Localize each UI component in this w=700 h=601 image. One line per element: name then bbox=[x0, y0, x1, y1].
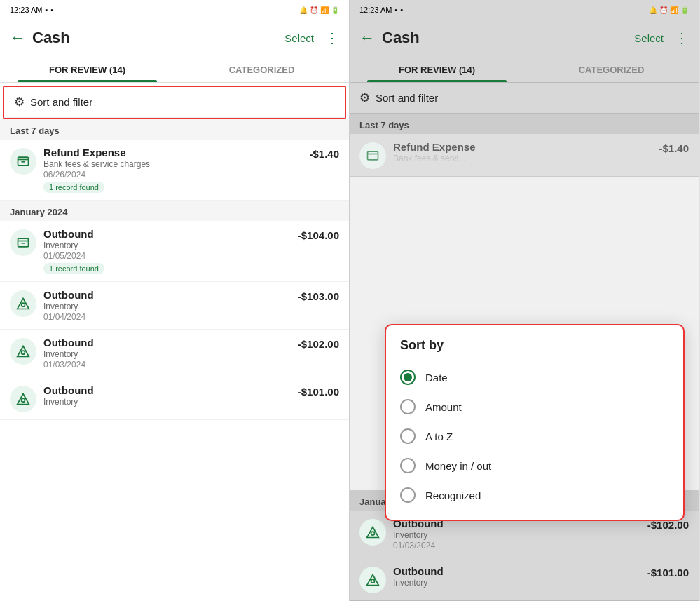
sort-option-recognized[interactable]: Recognized bbox=[400, 480, 669, 510]
tx-badge-refund: 1 record found bbox=[43, 182, 104, 193]
tab-categorized-left[interactable]: CATEGORIZED bbox=[174, 56, 349, 82]
app-header-left: ← Cash Select ⋮ bbox=[0, 20, 349, 56]
tx-badge-outbound1: 1 record found bbox=[43, 263, 104, 274]
tx-date-outbound2: 01/04/2024 bbox=[43, 312, 291, 322]
alarm-icon: ⏰ bbox=[310, 6, 318, 14]
tx-icon-outbound3 bbox=[10, 338, 36, 365]
tx-name-outbound1: Outbound bbox=[43, 228, 291, 240]
back-button-right[interactable]: ← bbox=[359, 29, 375, 47]
battery-icon-right: ▪ bbox=[400, 6, 403, 14]
sort-icon-left: ⚙ bbox=[14, 95, 25, 109]
section-header-last7: Last 7 days bbox=[0, 119, 349, 140]
svg-point-12 bbox=[371, 579, 375, 583]
tx-name-outbound3: Outbound bbox=[43, 337, 291, 349]
tx-amount-refund: -$1.40 bbox=[309, 147, 339, 160]
sort-option-amount[interactable]: Amount bbox=[400, 392, 669, 421]
tx-details-outbound2: Outbound Inventory 01/04/2024 bbox=[43, 289, 291, 322]
radio-amount[interactable] bbox=[400, 399, 416, 414]
tx-amount-outbound1: -$104.00 bbox=[298, 228, 339, 241]
tab-for-review-right[interactable]: FOR REVIEW (14) bbox=[350, 56, 524, 82]
tx-name-refund: Refund Expense bbox=[43, 147, 302, 158]
section-header-last7-right: Last 7 days bbox=[350, 114, 699, 134]
sort-label-date: Date bbox=[425, 372, 448, 384]
time-left: 12:23 AM bbox=[10, 6, 42, 14]
status-time-right: 12:23 AM ▪ ▪ bbox=[359, 6, 403, 14]
radio-atoz[interactable] bbox=[400, 428, 416, 444]
tx-name-refund-right: Refund Expense bbox=[393, 141, 652, 153]
radio-recognized[interactable] bbox=[400, 487, 416, 503]
bottom-tx-2: Outbound Inventory -$101.00 bbox=[350, 558, 699, 601]
status-icons-left: 🔔 ⏰ 📶 🔋 bbox=[299, 6, 339, 14]
tx-icon-refund-right bbox=[359, 142, 386, 169]
tab-categorized-right[interactable]: CATEGORIZED bbox=[524, 56, 699, 82]
transaction-item-refund-right[interactable]: Refund Expense Bank fees & servi... -$1.… bbox=[350, 134, 699, 177]
radio-date[interactable] bbox=[400, 370, 416, 385]
back-button-left[interactable]: ← bbox=[10, 29, 25, 47]
tx-sub-outbound2: Inventory bbox=[43, 302, 291, 311]
svg-point-7 bbox=[22, 398, 25, 402]
select-button-right[interactable]: Select bbox=[634, 32, 664, 44]
transaction-item[interactable]: Outbound Inventory 01/05/2024 1 record f… bbox=[0, 221, 349, 282]
tx-amount-refund-right: -$1.40 bbox=[659, 141, 689, 154]
tx-icon-outbound4 bbox=[10, 386, 36, 412]
sort-popup-title: Sort by bbox=[400, 338, 669, 353]
sort-option-date[interactable]: Date bbox=[400, 363, 669, 392]
sort-label-atoz: A to Z bbox=[425, 431, 453, 443]
right-panel: 12:23 AM ▪ ▪ 🔔 ⏰ 📶 🔋 ← Cash Select ⋮ FOR… bbox=[350, 0, 699, 601]
status-bar-right: 12:23 AM ▪ ▪ 🔔 ⏰ 📶 🔋 bbox=[350, 0, 699, 20]
svg-point-5 bbox=[22, 351, 25, 354]
transaction-item[interactable]: Outbound Inventory 01/04/2024 -$103.00 bbox=[0, 282, 349, 330]
bell-icon-right: 🔔 bbox=[649, 6, 657, 14]
battery-status-left: 🔋 bbox=[331, 6, 339, 14]
battery-status-right: 🔋 bbox=[680, 6, 689, 14]
tx-amount-outbound4: -$101.00 bbox=[298, 384, 339, 398]
app-header-right: ← Cash Select ⋮ bbox=[350, 20, 699, 56]
radio-money[interactable] bbox=[400, 458, 416, 473]
tx-sub-refund: Bank fees & service charges bbox=[43, 159, 302, 169]
section-header-jan2024: January 2024 bbox=[0, 201, 349, 221]
sort-option-money[interactable]: Money in / out bbox=[400, 451, 669, 480]
tx-details-refund-right: Refund Expense Bank fees & servi... bbox=[393, 141, 652, 163]
more-options-right[interactable]: ⋮ bbox=[675, 29, 689, 46]
sort-label-amount: Amount bbox=[425, 401, 462, 413]
sort-popup: Sort by Date Amount A to Z Mone bbox=[385, 324, 685, 521]
sort-option-atoz[interactable]: A to Z bbox=[400, 421, 669, 451]
tab-for-review-left[interactable]: FOR REVIEW (14) bbox=[0, 56, 174, 82]
sort-filter-bar-right[interactable]: ⚙ Sort and filter bbox=[350, 83, 699, 114]
tx-amount-outbound3: -$102.00 bbox=[298, 337, 339, 350]
select-button-left[interactable]: Select bbox=[284, 32, 314, 44]
signal-icon-right: ▪ bbox=[394, 6, 397, 14]
bell-icon: 🔔 bbox=[299, 6, 308, 14]
time-right: 12:23 AM bbox=[359, 6, 392, 14]
tx-icon-outbound1 bbox=[10, 229, 36, 256]
sort-label-money: Money in / out bbox=[425, 460, 491, 472]
sort-filter-label-left: Sort and filter bbox=[30, 96, 92, 108]
alarm-icon-right: ⏰ bbox=[659, 6, 668, 14]
tx-details-refund: Refund Expense Bank fees & service charg… bbox=[43, 147, 302, 193]
tx-details-outbound1: Outbound Inventory 01/05/2024 1 record f… bbox=[43, 228, 291, 274]
tx-details-outbound4: Outbound Inventory bbox=[43, 384, 291, 407]
status-time-left: 12:23 AM ▪ ▪ bbox=[10, 6, 53, 14]
battery-icon-left: ▪ bbox=[50, 6, 53, 14]
tx-amount-outbound2: -$103.00 bbox=[298, 289, 339, 302]
tx-sub-outbound3: Inventory bbox=[43, 349, 291, 359]
more-options-left[interactable]: ⋮ bbox=[325, 29, 339, 46]
transaction-item[interactable]: Outbound Inventory -$101.00 bbox=[0, 377, 349, 420]
transaction-item[interactable]: Refund Expense Bank fees & service charg… bbox=[0, 140, 349, 201]
page-title-left: Cash bbox=[32, 29, 277, 47]
tx-sub-outbound4: Inventory bbox=[43, 397, 291, 407]
tx-date-outbound3: 01/03/2024 bbox=[43, 360, 291, 370]
transaction-item[interactable]: Outbound Inventory 01/03/2024 -$102.00 bbox=[0, 330, 349, 377]
tabs-bar-right: FOR REVIEW (14) CATEGORIZED bbox=[350, 56, 699, 83]
tx-sub-refund-right: Bank fees & servi... bbox=[393, 154, 652, 163]
page-title-right: Cash bbox=[382, 29, 627, 47]
tx-sub-outbound1: Inventory bbox=[43, 241, 291, 250]
svg-point-3 bbox=[22, 303, 25, 306]
svg-point-10 bbox=[371, 532, 375, 535]
signal-bars-right: 📶 bbox=[670, 6, 678, 14]
sort-filter-bar-left[interactable]: ⚙ Sort and filter bbox=[4, 87, 345, 118]
tx-icon-outbound2 bbox=[10, 290, 36, 317]
tabs-bar-left: FOR REVIEW (14) CATEGORIZED bbox=[0, 56, 349, 83]
signal-bars-left: 📶 bbox=[320, 6, 329, 14]
sort-filter-label-right: Sort and filter bbox=[376, 92, 438, 104]
